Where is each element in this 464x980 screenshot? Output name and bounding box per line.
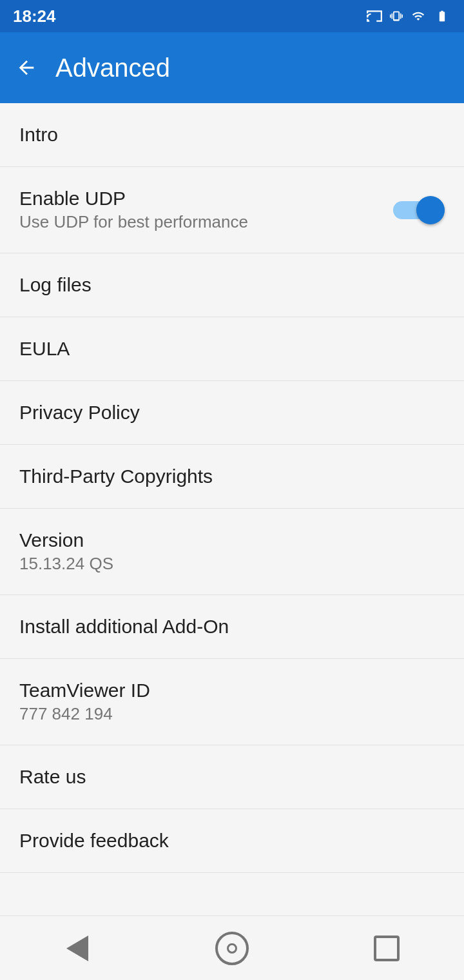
nav-home-icon xyxy=(215,932,249,965)
enable-udp-description: Use UDP for best performance xyxy=(19,212,248,232)
install-addon-label: Install additional Add-On xyxy=(19,616,229,638)
list-item-privacy-policy[interactable]: Privacy Policy xyxy=(0,381,464,445)
list-item-eula[interactable]: EULA xyxy=(0,317,464,381)
list-item-install-addon[interactable]: Install additional Add-On xyxy=(0,595,464,659)
enable-udp-toggle[interactable] xyxy=(393,196,445,224)
rate-us-label: Rate us xyxy=(19,766,86,788)
navigation-bar xyxy=(0,916,464,980)
cast-icon xyxy=(366,10,383,23)
list-item-version[interactable]: Version 15.13.24 QS xyxy=(0,509,464,595)
teamviewer-id-value: 777 842 194 xyxy=(19,704,150,724)
version-value: 15.13.24 QS xyxy=(19,554,113,574)
nav-home-button[interactable] xyxy=(206,923,258,974)
app-bar: Advanced xyxy=(0,32,464,103)
page-title: Advanced xyxy=(55,54,170,83)
vibrate-icon xyxy=(389,10,403,23)
nav-recents-icon xyxy=(374,936,400,961)
enable-udp-label: Enable UDP xyxy=(19,188,248,210)
nav-recents-button[interactable] xyxy=(361,923,412,974)
status-icons xyxy=(366,10,451,23)
log-files-label: Log files xyxy=(19,274,92,296)
intro-label: Intro xyxy=(19,124,58,146)
list-item-rate-us[interactable]: Rate us xyxy=(0,745,464,809)
list-item-provide-feedback[interactable]: Provide feedback xyxy=(0,809,464,873)
status-time: 18:24 xyxy=(13,6,56,26)
teamviewer-id-label: TeamViewer ID xyxy=(19,680,150,701)
list-item-teamviewer-id[interactable]: TeamViewer ID 777 842 194 xyxy=(0,659,464,745)
third-party-copyrights-label: Third-Party Copyrights xyxy=(19,466,213,487)
nav-back-icon xyxy=(66,936,88,961)
list-item-log-files[interactable]: Log files xyxy=(0,253,464,317)
provide-feedback-label: Provide feedback xyxy=(19,830,169,852)
privacy-policy-label: Privacy Policy xyxy=(19,402,140,424)
battery-icon xyxy=(433,10,451,23)
settings-list: Intro Enable UDP Use UDP for best perfor… xyxy=(0,103,464,916)
wifi-icon xyxy=(410,10,427,23)
status-bar: 18:24 xyxy=(0,0,464,32)
list-item-enable-udp[interactable]: Enable UDP Use UDP for best performance xyxy=(0,167,464,253)
list-item-intro[interactable]: Intro xyxy=(0,103,464,167)
list-item-third-party-copyrights[interactable]: Third-Party Copyrights xyxy=(0,445,464,509)
back-button[interactable] xyxy=(15,57,37,79)
eula-label: EULA xyxy=(19,338,70,360)
nav-back-button[interactable] xyxy=(52,923,103,974)
version-label: Version xyxy=(19,529,113,551)
